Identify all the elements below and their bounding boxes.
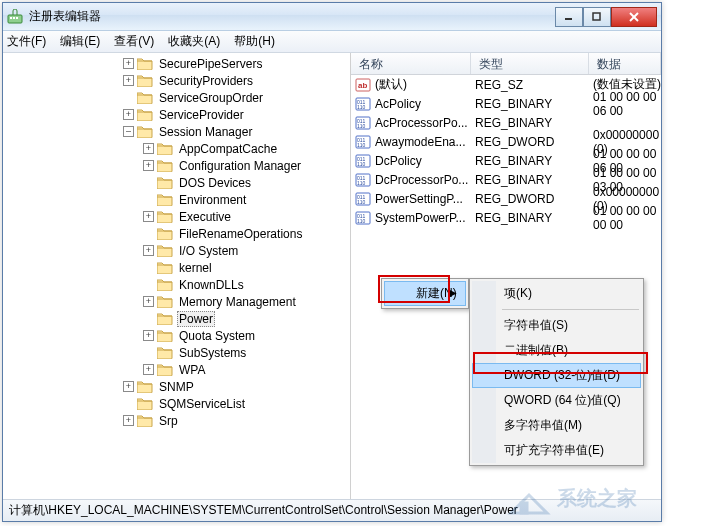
value-name: AcProcessorPo...	[375, 116, 468, 130]
tree-node-label: kernel	[177, 261, 214, 275]
value-type: REG_DWORD	[471, 192, 589, 206]
registry-editor-window: 注册表编辑器 文件(F) 编辑(E) 查看(V) 收藏夹(A) 帮助(H) +S…	[2, 2, 662, 522]
tree-node[interactable]: +Memory Management	[3, 293, 350, 310]
svg-text:110: 110	[357, 199, 366, 205]
menu-help[interactable]: 帮助(H)	[234, 33, 275, 50]
tree-node[interactable]: +Quota System	[3, 327, 350, 344]
close-button[interactable]	[611, 7, 657, 27]
value-name: DcPolicy	[375, 154, 422, 168]
value-name: DcProcessorPo...	[375, 173, 468, 187]
value-type: REG_SZ	[471, 78, 589, 92]
expander-icon[interactable]: –	[123, 126, 134, 137]
tree-node-label: Memory Management	[177, 295, 298, 309]
tree-node[interactable]: +SecurePipeServers	[3, 55, 350, 72]
value-name: SystemPowerP...	[375, 211, 465, 225]
tree-node[interactable]: ServiceGroupOrder	[3, 89, 350, 106]
tree-node[interactable]: Environment	[3, 191, 350, 208]
submenu-item[interactable]: DWORD (32-位)值(D)	[472, 363, 641, 388]
value-type: REG_DWORD	[471, 135, 589, 149]
col-header-name[interactable]: 名称	[351, 53, 471, 74]
tree-node[interactable]: Power	[3, 310, 350, 327]
menu-file[interactable]: 文件(F)	[7, 33, 46, 50]
value-data: 01 00 00 00 00 00	[589, 204, 661, 232]
tree-node[interactable]: FileRenameOperations	[3, 225, 350, 242]
context-menu-new[interactable]: 新建(N) ▶	[384, 281, 466, 306]
value-name: PowerSettingP...	[375, 192, 463, 206]
expander-icon[interactable]: +	[143, 160, 154, 171]
tree-node[interactable]: +SecurityProviders	[3, 72, 350, 89]
tree-node[interactable]: +ServiceProvider	[3, 106, 350, 123]
maximize-button[interactable]	[583, 7, 611, 27]
expander-icon[interactable]: +	[143, 296, 154, 307]
menubar: 文件(F) 编辑(E) 查看(V) 收藏夹(A) 帮助(H)	[3, 31, 661, 53]
tree-node[interactable]: +AppCompatCache	[3, 140, 350, 157]
value-name: AwaymodeEna...	[375, 135, 466, 149]
submenu-item[interactable]: 可扩充字符串值(E)	[472, 438, 641, 463]
submenu-item[interactable]: QWORD (64 位)值(Q)	[472, 388, 641, 413]
svg-text:110: 110	[357, 104, 366, 110]
tree-node[interactable]: kernel	[3, 259, 350, 276]
expander-icon[interactable]: +	[143, 330, 154, 341]
expander-icon[interactable]: +	[143, 143, 154, 154]
submenu-item[interactable]: 项(K)	[472, 281, 641, 306]
tree-node-label: KnownDLLs	[177, 278, 246, 292]
tree-node-label: Executive	[177, 210, 233, 224]
tree-node[interactable]: +Configuration Manager	[3, 157, 350, 174]
expander-icon[interactable]: +	[123, 109, 134, 120]
statusbar-path: 计算机\HKEY_LOCAL_MACHINE\SYSTEM\CurrentCon…	[9, 502, 518, 519]
menu-edit[interactable]: 编辑(E)	[60, 33, 100, 50]
tree-node[interactable]: +WPA	[3, 361, 350, 378]
tree-node-label: Quota System	[177, 329, 257, 343]
svg-text:110: 110	[357, 161, 366, 167]
col-header-type[interactable]: 类型	[471, 53, 589, 74]
tree-node-label: I/O System	[177, 244, 240, 258]
value-type: REG_BINARY	[471, 211, 589, 225]
svg-rect-3	[16, 17, 18, 19]
expander-icon[interactable]: +	[143, 364, 154, 375]
tree-node-label: FileRenameOperations	[177, 227, 304, 241]
value-row[interactable]: 011110AcPolicyREG_BINARY01 00 00 00 06 0…	[351, 94, 661, 113]
menu-view[interactable]: 查看(V)	[114, 33, 154, 50]
minimize-button[interactable]	[555, 7, 583, 27]
tree-node[interactable]: DOS Devices	[3, 174, 350, 191]
expander-icon[interactable]: +	[123, 58, 134, 69]
submenu-item[interactable]: 多字符串值(M)	[472, 413, 641, 438]
tree-node-label: SubSystems	[177, 346, 248, 360]
context-submenu-new[interactable]: 项(K)字符串值(S)二进制值(B)DWORD (32-位)值(D)QWORD …	[469, 278, 644, 466]
expander-icon[interactable]: +	[123, 381, 134, 392]
tree-node[interactable]: +SNMP	[3, 378, 350, 395]
tree-node-label: Environment	[177, 193, 248, 207]
value-row[interactable]: 011110SystemPowerP...REG_BINARY01 00 00 …	[351, 208, 661, 227]
tree-node-label: Configuration Manager	[177, 159, 303, 173]
submenu-item[interactable]: 二进制值(B)	[472, 338, 641, 363]
expander-icon[interactable]: +	[123, 415, 134, 426]
tree-node[interactable]: +Srp	[3, 412, 350, 429]
context-menu[interactable]: 新建(N) ▶	[381, 278, 469, 309]
menu-favorites[interactable]: 收藏夹(A)	[168, 33, 220, 50]
tree-node[interactable]: +Executive	[3, 208, 350, 225]
submenu-arrow-icon: ▶	[449, 287, 457, 298]
tree-node-label: Session Manager	[157, 125, 254, 139]
expander-icon[interactable]: +	[143, 245, 154, 256]
value-type: REG_BINARY	[471, 116, 589, 130]
tree-node-label: DOS Devices	[177, 176, 253, 190]
tree-node[interactable]: SubSystems	[3, 344, 350, 361]
key-tree[interactable]: +SecurePipeServers+SecurityProvidersServ…	[3, 53, 351, 499]
col-header-data[interactable]: 数据	[589, 53, 661, 74]
tree-node-label: SecurePipeServers	[157, 57, 264, 71]
svg-rect-5	[593, 13, 600, 20]
tree-node-label: WPA	[177, 363, 207, 377]
svg-rect-1	[10, 17, 12, 19]
value-data: 01 00 00 00 06 00	[589, 90, 661, 118]
submenu-item[interactable]: 字符串值(S)	[472, 313, 641, 338]
svg-text:110: 110	[357, 218, 366, 224]
expander-icon[interactable]: +	[123, 75, 134, 86]
value-name: AcPolicy	[375, 97, 421, 111]
tree-node[interactable]: KnownDLLs	[3, 276, 350, 293]
menu-separator	[502, 309, 639, 310]
tree-node[interactable]: –Session Manager	[3, 123, 350, 140]
titlebar[interactable]: 注册表编辑器	[3, 3, 661, 31]
tree-node[interactable]: SQMServiceList	[3, 395, 350, 412]
tree-node[interactable]: +I/O System	[3, 242, 350, 259]
expander-icon[interactable]: +	[143, 211, 154, 222]
